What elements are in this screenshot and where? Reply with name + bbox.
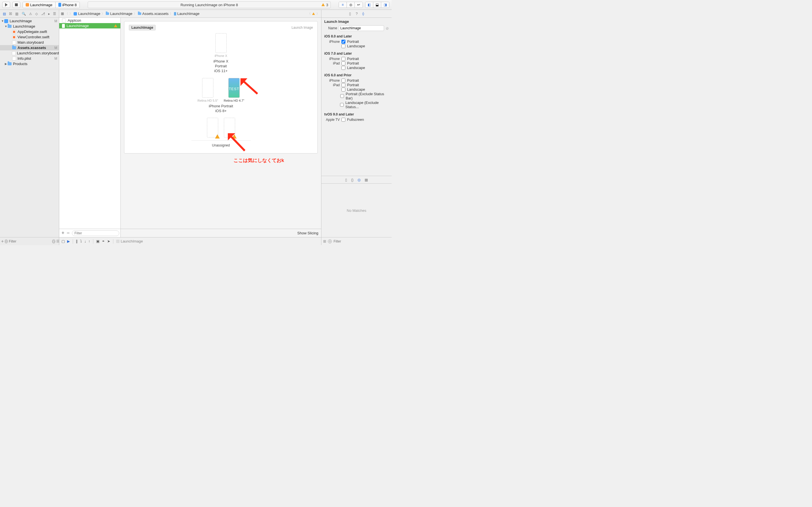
tree-file-row[interactable]: Info.plistM [0, 56, 59, 61]
report-navigator-icon[interactable]: ☰ [53, 12, 56, 16]
name-field-input[interactable] [339, 25, 384, 31]
source-control-icon[interactable]: ☒ [9, 12, 12, 16]
step-over-icon[interactable]: ⤵ [80, 239, 82, 243]
checkbox-ios8-iphone-portrait[interactable] [342, 40, 345, 44]
forward-button[interactable]: 〉 [69, 11, 72, 16]
symbol-navigator-icon[interactable]: ▥ [15, 12, 18, 16]
media-library-icon[interactable]: ▦ [364, 178, 368, 182]
navigator-filter-input[interactable] [9, 239, 51, 243]
related-items-icon[interactable]: ⊞ [61, 11, 64, 16]
launchimage-icon [174, 12, 176, 15]
inspector: ▯ ? ⟠ Launch Image Name ⊘ iOS 8.0 and La… [321, 10, 392, 245]
checkbox-ios6-iphone-portrait[interactable] [342, 78, 345, 82]
right-panel-icon[interactable]: ◨ [381, 2, 389, 8]
add-asset-button[interactable]: + [61, 230, 64, 236]
breakpoints-icon[interactable]: ▶ [67, 239, 70, 243]
checkbox-ios6-ipad-portrait[interactable] [342, 83, 345, 87]
checkbox-ios7-landscape[interactable] [342, 66, 345, 70]
tree-project-row[interactable]: ▼ LaunchImage M [0, 18, 59, 24]
test-navigator-icon[interactable]: ◇ [35, 12, 38, 16]
debug-navigator-icon[interactable]: ⎇ [41, 12, 45, 16]
tree-file-row[interactable]: ViewController.swift [0, 34, 59, 40]
hide-debug-icon[interactable]: ▢ [61, 239, 65, 243]
main-split: ▤ ☒ ▥ 🔍 ⚠ ◇ ⎇ ▸ ☰ ▼ LaunchImage M ▼ Laun… [0, 10, 392, 245]
navigator-filter-bar: + ⊙ ◷ ☒ [0, 237, 59, 245]
slot-unassigned-1[interactable] [207, 118, 218, 137]
file-template-icon[interactable]: ▯ [345, 178, 347, 182]
checkbox-ios7-iphone-portrait[interactable] [342, 57, 345, 61]
simulator-icon [58, 3, 61, 7]
tree-file-row[interactable]: Main.storyboard [0, 40, 59, 45]
launchimage-icon [62, 24, 65, 28]
inspector-tabs[interactable]: ▯ ? ⟠ [321, 10, 392, 18]
clear-icon[interactable]: ⊘ [386, 26, 389, 31]
prev-issue-button[interactable]: 〈 [308, 11, 311, 16]
find-navigator-icon[interactable]: 🔍 [22, 12, 26, 16]
slot-retina-55[interactable]: Retina HD 5.5" [198, 78, 218, 102]
panel-toggle-segmented[interactable]: ◧ ⬓ ◨ [365, 2, 389, 8]
standard-editor-icon[interactable]: ≡ [339, 2, 347, 8]
checkbox-ios6-portrait-excl[interactable] [340, 94, 344, 98]
run-button[interactable] [2, 2, 10, 8]
next-issue-button[interactable]: 〉 [316, 11, 319, 16]
warnings-indicator[interactable]: 3 [321, 3, 328, 7]
checkbox-ios7-ipad-portrait[interactable] [342, 61, 345, 65]
code-snippet-icon[interactable]: {} [351, 178, 354, 182]
left-panel-icon[interactable]: ◧ [365, 2, 373, 8]
checkbox-ios8-iphone-landscape[interactable] [342, 44, 345, 48]
version-editor-icon[interactable]: ↩ [355, 2, 363, 8]
grid-view-icon[interactable]: ⊞ [323, 239, 326, 243]
filter-scope-icon[interactable]: ⊙ [5, 239, 8, 243]
jump-bar[interactable]: ⊞ 〈 〉 LaunchImage〉 LaunchImage〉 Assets.x… [59, 10, 321, 18]
file-inspector-icon[interactable]: ▯ [349, 11, 351, 16]
assets-icon [12, 46, 16, 49]
pause-icon[interactable]: ‖ [76, 239, 78, 243]
tree-file-row[interactable]: AppDelegate.swift [0, 29, 59, 34]
checkbox-ios6-landscape-excl[interactable] [340, 103, 344, 107]
memory-graph-icon[interactable]: ⚭ [102, 239, 105, 243]
launch-image-card: LaunchImage Launch Image iPhone X iPhone… [124, 21, 318, 154]
outline-appicon[interactable]: AppIcon [59, 18, 120, 23]
quick-help-icon[interactable]: ? [356, 11, 357, 16]
appicon-icon [62, 18, 66, 22]
library-tabs[interactable]: ▯ {} ◎ ▦ [321, 176, 392, 184]
checkbox-ios6-landscape[interactable] [342, 88, 345, 92]
breakpoint-navigator-icon[interactable]: ▸ [48, 12, 50, 16]
folder-icon [8, 25, 11, 28]
show-slicing-button[interactable]: Show Slicing [297, 231, 318, 235]
folder-icon [138, 12, 141, 15]
outline-filter-input[interactable] [72, 230, 119, 236]
scheme-selector[interactable]: LaunchImage iPhone 8 [22, 2, 80, 8]
tree-file-row-assets[interactable]: Assets.xcassetsM [0, 45, 59, 50]
add-button[interactable]: + [1, 239, 4, 244]
assistant-editor-icon[interactable]: ◎ [347, 2, 355, 8]
project-navigator-icon[interactable]: ▤ [3, 12, 6, 16]
tree-products-row[interactable]: ▶Products [0, 61, 59, 66]
editor-mode-segmented[interactable]: ≡ ◎ ↩ [339, 2, 363, 8]
bottom-panel-icon[interactable]: ⬓ [373, 2, 381, 8]
location-icon[interactable]: ➤ [107, 239, 110, 243]
object-library-icon[interactable]: ◎ [357, 178, 361, 182]
view-debug-icon[interactable]: ▣ [96, 239, 100, 243]
tree-file-row[interactable]: LaunchScreen.storyboard [0, 50, 59, 56]
stop-button[interactable] [12, 2, 20, 8]
warning-icon [214, 134, 220, 139]
remove-asset-button[interactable]: − [67, 230, 70, 236]
svg-line-1 [230, 135, 245, 151]
outline-launchimage[interactable]: LaunchImage [59, 23, 120, 29]
project-tree[interactable]: ▼ LaunchImage M ▼ LaunchImage AppDelegat… [0, 18, 59, 237]
step-into-icon[interactable]: ↓ [84, 239, 86, 243]
scm-badge: M [54, 19, 57, 23]
issue-navigator-icon[interactable]: ⚠ [29, 12, 32, 16]
step-out-icon[interactable]: ↑ [89, 239, 91, 243]
library-filter-input[interactable] [334, 239, 390, 243]
attributes-inspector-icon[interactable]: ⟠ [362, 11, 364, 16]
card-title: LaunchImage [129, 25, 156, 31]
recent-filter-icon[interactable]: ◷ [52, 239, 55, 243]
tree-group-row[interactable]: ▼ LaunchImage [0, 24, 59, 29]
checkbox-tvos-fullscreen[interactable] [342, 118, 345, 122]
navigator-tabs[interactable]: ▤ ☒ ▥ 🔍 ⚠ ◇ ⎇ ▸ ☰ [0, 10, 59, 18]
back-button[interactable]: 〈 [65, 11, 68, 16]
filter-icon[interactable]: ⊙ [328, 239, 332, 243]
slot-iphone-x[interactable]: iPhone X [214, 33, 227, 57]
